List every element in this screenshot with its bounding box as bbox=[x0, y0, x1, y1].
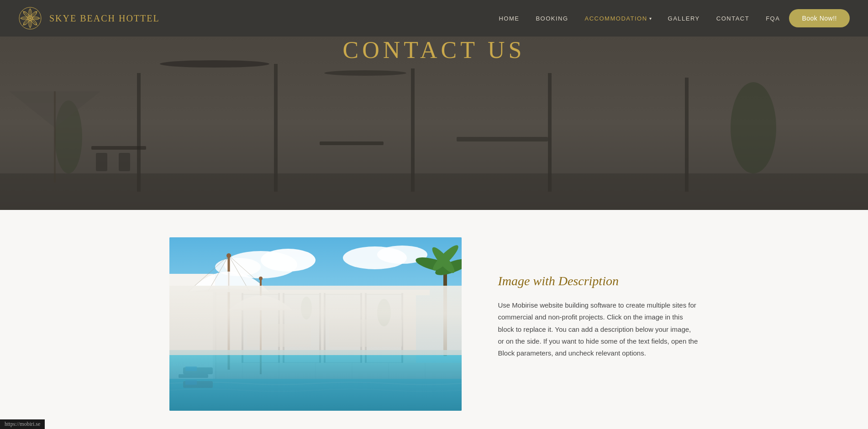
svg-point-13 bbox=[28, 16, 32, 21]
svg-rect-48 bbox=[324, 293, 326, 365]
nav-link-contact[interactable]: CONTACT bbox=[716, 15, 749, 22]
svg-rect-45 bbox=[278, 293, 280, 365]
nav-link-fqa[interactable]: FQA bbox=[766, 15, 780, 22]
logo-icon bbox=[18, 6, 42, 30]
nav-link-home[interactable]: HOME bbox=[499, 15, 519, 22]
main-content: Image with Description Use Mobirise webs… bbox=[0, 210, 868, 429]
svg-rect-42 bbox=[325, 294, 361, 363]
svg-rect-70 bbox=[179, 374, 208, 378]
svg-rect-38 bbox=[206, 292, 416, 374]
svg-rect-47 bbox=[319, 293, 321, 365]
svg-rect-53 bbox=[329, 319, 402, 347]
svg-rect-49 bbox=[360, 293, 362, 365]
svg-rect-41 bbox=[284, 294, 320, 363]
nav-item-contact[interactable]: CONTACT bbox=[716, 14, 749, 22]
svg-point-82 bbox=[259, 277, 263, 280]
description-column: Image with Description Use Mobirise webs… bbox=[498, 237, 699, 359]
svg-rect-43 bbox=[366, 294, 402, 363]
svg-rect-71 bbox=[183, 381, 213, 388]
nav-item-fqa[interactable]: FQA bbox=[766, 14, 780, 22]
nav-link-booking[interactable]: BOOKING bbox=[536, 15, 568, 22]
nav-link-gallery[interactable]: GALLERY bbox=[668, 15, 700, 22]
svg-point-34 bbox=[261, 249, 316, 272]
nav-item-home[interactable]: HOME bbox=[499, 14, 519, 22]
hero-section: CONTACT US bbox=[0, 37, 868, 210]
svg-rect-72 bbox=[185, 366, 197, 371]
description-title: Image with Description bbox=[498, 274, 699, 288]
svg-rect-67 bbox=[169, 274, 215, 379]
svg-rect-50 bbox=[365, 293, 367, 365]
svg-rect-46 bbox=[283, 293, 284, 365]
svg-point-89 bbox=[301, 297, 312, 319]
brand-name: SKYE BEACH HOTTEL bbox=[49, 13, 160, 24]
image-column bbox=[169, 237, 462, 411]
accommodation-dropdown-arrow: ▾ bbox=[649, 16, 652, 21]
svg-rect-54 bbox=[169, 363, 462, 411]
svg-point-88 bbox=[377, 299, 391, 326]
book-now-button[interactable]: Book Now!! bbox=[789, 9, 850, 27]
description-text: Use Mobirise website building software t… bbox=[498, 299, 699, 359]
nav-item-booking[interactable]: BOOKING bbox=[536, 14, 568, 22]
nav-item-accommodation[interactable]: ACCOMMODATION ▾ bbox=[585, 15, 652, 22]
nav-link-accommodation[interactable]: ACCOMMODATION bbox=[585, 15, 647, 22]
hotel-pool-image[interactable] bbox=[169, 237, 462, 411]
brand[interactable]: SKYE BEACH HOTTEL bbox=[18, 6, 160, 30]
svg-rect-69 bbox=[183, 367, 213, 374]
svg-rect-52 bbox=[247, 324, 311, 347]
svg-rect-40 bbox=[242, 294, 279, 363]
nav-menu: HOME BOOKING ACCOMMODATION ▾ GALLERY CON… bbox=[499, 14, 780, 22]
navbar: SKYE BEACH HOTTEL HOME BOOKING ACCOMMODA… bbox=[0, 0, 868, 37]
svg-rect-44 bbox=[242, 293, 243, 365]
svg-rect-32 bbox=[169, 237, 462, 411]
svg-rect-83 bbox=[443, 265, 447, 356]
svg-rect-73 bbox=[185, 380, 197, 385]
status-bar: https://mobiri.se bbox=[0, 419, 45, 429]
status-url: https://mobiri.se bbox=[5, 421, 40, 427]
svg-rect-39 bbox=[197, 290, 430, 295]
pool-scene-svg bbox=[169, 237, 462, 411]
svg-rect-68 bbox=[213, 274, 216, 379]
svg-rect-51 bbox=[401, 293, 403, 365]
content-row: Image with Description Use Mobirise webs… bbox=[115, 237, 754, 411]
svg-rect-66 bbox=[169, 379, 462, 411]
hero-title: CONTACT US bbox=[0, 37, 868, 63]
nav-item-gallery[interactable]: GALLERY bbox=[668, 14, 700, 22]
svg-point-80 bbox=[226, 253, 231, 258]
